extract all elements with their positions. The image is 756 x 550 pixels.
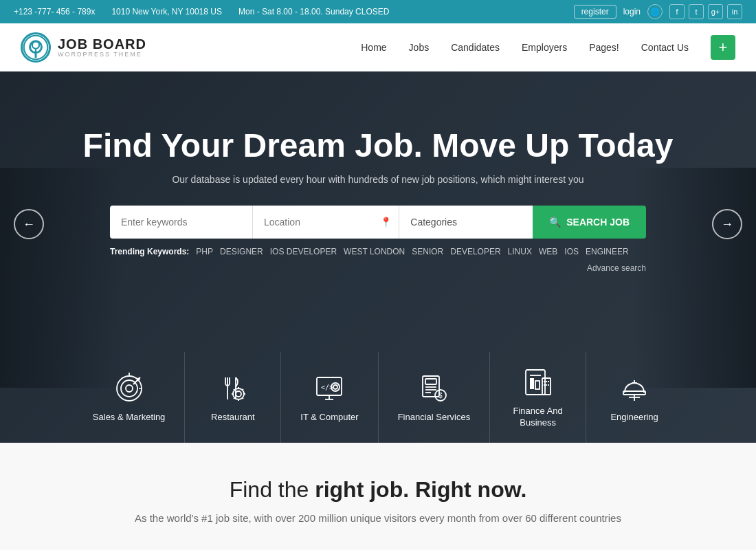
category-restaurant[interactable]: Restaurant bbox=[185, 352, 281, 443]
bottom-title-normal: Find the bbox=[230, 477, 315, 502]
svg-text:$: $ bbox=[438, 392, 443, 399]
hero-subtitle: Our database is updated every hour with … bbox=[0, 174, 756, 185]
svg-point-28 bbox=[333, 385, 337, 389]
hero-section: ← → Find Your Dream Job. Move Up Today O… bbox=[0, 72, 756, 443]
carousel-next-button[interactable]: → bbox=[712, 209, 742, 239]
search-job-button[interactable]: 🔍 SEARCH JOB bbox=[533, 206, 646, 239]
keyword-input[interactable] bbox=[110, 206, 252, 239]
bottom-title-bold: right job. Right now. bbox=[315, 477, 526, 502]
main-nav: Home Jobs Candidates Employers Pages! Co… bbox=[361, 35, 735, 60]
svg-line-21 bbox=[234, 397, 234, 398]
trending-php[interactable]: PHP bbox=[196, 247, 213, 256]
sales-marketing-icon bbox=[113, 372, 146, 405]
svg-point-14 bbox=[236, 391, 241, 397]
trending-linux[interactable]: LINUX bbox=[508, 247, 532, 256]
phone-number: +123 -777- 456 - 789x bbox=[14, 7, 95, 16]
location-input[interactable] bbox=[252, 206, 399, 239]
category-sales-label: Sales & Marketing bbox=[93, 412, 166, 424]
category-financial-services[interactable]: $ Financial Services bbox=[379, 352, 491, 443]
login-link[interactable]: login bbox=[623, 7, 641, 16]
top-bar: +123 -777- 456 - 789x 1010 New York, NY … bbox=[0, 0, 756, 23]
register-button[interactable]: register bbox=[574, 5, 616, 19]
header: JOB BOARD WORDPRESS THEME Home Jobs Cand… bbox=[0, 23, 756, 72]
trending-ios-dev[interactable]: IOS DEVELOPER bbox=[270, 247, 337, 256]
svg-line-19 bbox=[234, 389, 234, 390]
trending-designer[interactable]: DESIGNER bbox=[220, 247, 263, 256]
top-actions: register login 🌐 f t g+ in bbox=[574, 4, 742, 19]
trending-developer[interactable]: DEVELOPER bbox=[450, 247, 500, 256]
googleplus-icon[interactable]: g+ bbox=[708, 4, 723, 19]
bottom-section: Find the right job. Right now. As the wo… bbox=[0, 443, 756, 550]
nav-contact[interactable]: Contact Us bbox=[641, 42, 689, 53]
it-computer-icon: </> bbox=[313, 372, 346, 405]
svg-rect-30 bbox=[425, 379, 436, 384]
category-engineering[interactable]: Engineering bbox=[586, 352, 682, 443]
logo[interactable]: JOB BOARD WORDPRESS THEME bbox=[21, 32, 146, 63]
svg-rect-47 bbox=[623, 391, 645, 395]
nav-employers[interactable]: Employers bbox=[522, 42, 567, 53]
social-icons: f t g+ in bbox=[669, 4, 742, 19]
carousel-prev-button[interactable]: ← bbox=[14, 209, 44, 239]
category-it-label: IT & Computer bbox=[300, 412, 358, 424]
location-wrap: 📍 bbox=[252, 206, 399, 239]
bottom-subtitle: As the world's #1 job site, with over 20… bbox=[14, 512, 742, 524]
address: 1010 New York, NY 10018 US bbox=[111, 7, 222, 16]
category-it-computer[interactable]: </> IT & Computer bbox=[281, 352, 378, 443]
category-engineering-label: Engineering bbox=[610, 412, 658, 424]
search-btn-label: SEARCH JOB bbox=[566, 217, 630, 228]
category-restaurant-label: Restaurant bbox=[211, 412, 255, 424]
trending-west-london[interactable]: WEST LONDON bbox=[344, 247, 405, 256]
language-icon[interactable]: 🌐 bbox=[647, 4, 663, 19]
trending-senior[interactable]: SENIOR bbox=[412, 247, 443, 256]
logo-icon bbox=[21, 32, 51, 63]
location-pin-icon: 📍 bbox=[380, 217, 392, 228]
svg-point-13 bbox=[233, 388, 244, 399]
svg-rect-40 bbox=[542, 378, 551, 395]
svg-point-1 bbox=[32, 41, 39, 48]
search-bar: 📍 Categories 🔍 SEARCH JOB bbox=[110, 206, 646, 239]
nav-pages[interactable]: Pages! bbox=[589, 42, 619, 53]
category-finance-business-label: Finance AndBusiness bbox=[513, 406, 563, 429]
hours: Mon - Sat 8.00 - 18.00. Sunday CLOSED bbox=[238, 7, 389, 16]
linkedin-icon[interactable]: in bbox=[727, 4, 742, 19]
hero-title: Find Your Dream Job. Move Up Today bbox=[0, 126, 756, 164]
financial-services-icon: $ bbox=[417, 372, 450, 405]
facebook-icon[interactable]: f bbox=[669, 4, 685, 19]
finance-business-icon bbox=[522, 366, 555, 399]
svg-line-22 bbox=[242, 389, 243, 390]
svg-point-5 bbox=[126, 385, 133, 392]
hero-content: Find Your Dream Job. Move Up Today Our d… bbox=[0, 126, 756, 273]
post-job-button[interactable]: + bbox=[711, 35, 735, 60]
svg-rect-39 bbox=[535, 381, 540, 389]
engineering-icon bbox=[618, 372, 651, 405]
nav-home[interactable]: Home bbox=[361, 42, 386, 53]
restaurant-icon bbox=[216, 372, 249, 405]
trending-web[interactable]: WEB bbox=[539, 247, 557, 256]
advance-search-link[interactable]: Advance search bbox=[587, 263, 646, 273]
nav-jobs[interactable]: Jobs bbox=[409, 42, 430, 53]
trending-ios[interactable]: IOS bbox=[564, 247, 579, 256]
twitter-icon[interactable]: t bbox=[689, 4, 704, 19]
search-icon: 🔍 bbox=[549, 217, 561, 228]
svg-point-0 bbox=[24, 35, 48, 59]
trending-row: Trending Keywords: PHP DESIGNER IOS DEVE… bbox=[110, 247, 646, 273]
category-financial-label: Financial Services bbox=[398, 412, 471, 424]
nav-candidates[interactable]: Candidates bbox=[451, 42, 500, 53]
bottom-title: Find the right job. Right now. bbox=[14, 477, 742, 503]
category-finance-business[interactable]: Finance AndBusiness bbox=[490, 352, 586, 443]
category-sales-marketing[interactable]: Sales & Marketing bbox=[74, 352, 186, 443]
svg-rect-38 bbox=[530, 378, 534, 389]
logo-text: JOB BOARD WORDPRESS THEME bbox=[58, 36, 146, 58]
svg-line-20 bbox=[242, 397, 243, 398]
categories-row: Sales & Marketing bbox=[0, 352, 756, 443]
trending-engineer[interactable]: ENGINEER bbox=[586, 247, 629, 256]
categories-select[interactable]: Categories bbox=[399, 206, 533, 239]
trending-label: Trending Keywords: bbox=[110, 247, 189, 256]
